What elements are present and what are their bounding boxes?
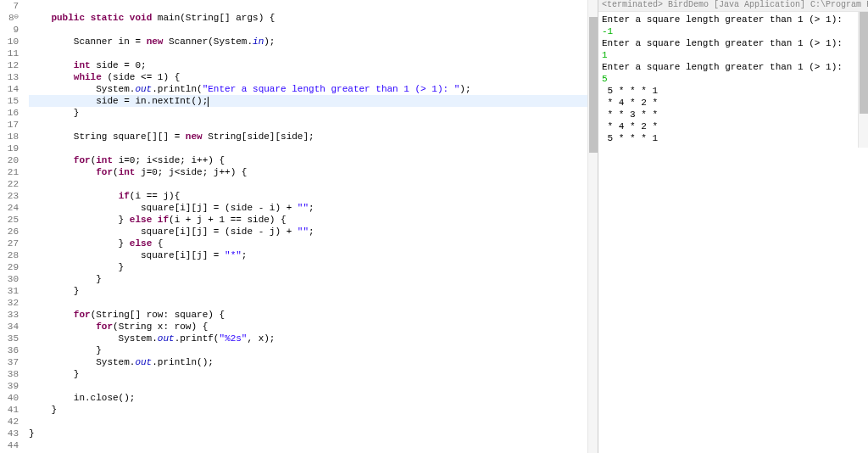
- console-line: 5 * * * 1: [602, 85, 865, 97]
- line-number: 39: [0, 380, 19, 392]
- line-number: 15: [0, 95, 19, 107]
- code-line[interactable]: }: [29, 107, 598, 119]
- code-area[interactable]: public static void main(String[] args) {…: [25, 0, 598, 451]
- line-number: 7: [0, 0, 19, 12]
- console-output[interactable]: Enter a square length greater than 1 (> …: [598, 12, 868, 146]
- line-number: 37: [0, 356, 19, 368]
- line-number: 36: [0, 344, 19, 356]
- line-number: 42: [0, 416, 19, 428]
- code-line[interactable]: }: [29, 428, 598, 439]
- code-line[interactable]: }: [29, 344, 598, 356]
- line-number: 11: [0, 48, 19, 59]
- code-line[interactable]: String square[][] = new String[side][sid…: [29, 131, 598, 143]
- code-line[interactable]: [29, 48, 598, 59]
- code-line[interactable]: if(i == j){: [29, 190, 598, 202]
- line-number: 24: [0, 202, 19, 214]
- editor-scrollbar-thumb[interactable]: [589, 17, 598, 153]
- code-line[interactable]: public static void main(String[] args) {: [29, 12, 598, 24]
- line-number: 12: [0, 59, 19, 71]
- code-line[interactable]: [29, 439, 598, 451]
- line-number: 26: [0, 226, 19, 238]
- code-line[interactable]: [29, 143, 598, 154]
- line-number: 14: [0, 83, 19, 95]
- code-line[interactable]: [29, 178, 598, 190]
- code-line[interactable]: System.out.printf("%2s", x);: [29, 333, 598, 344]
- code-line[interactable]: System.out.println("Enter a square lengt…: [29, 83, 598, 95]
- code-line[interactable]: for(int i=0; i<side; i++) {: [29, 154, 598, 166]
- code-line[interactable]: [29, 119, 598, 131]
- code-line[interactable]: [29, 297, 598, 309]
- code-line[interactable]: System.out.println();: [29, 356, 598, 368]
- code-line[interactable]: for(String x: row) {: [29, 321, 598, 333]
- line-number: 19: [0, 143, 19, 154]
- line-number: 10: [0, 36, 19, 48]
- line-number: 29: [0, 261, 19, 273]
- line-number: 16: [0, 107, 19, 119]
- console-line: 1: [602, 49, 865, 61]
- line-number: 38: [0, 368, 19, 380]
- code-line[interactable]: for(int j=0; j<side; j++) {: [29, 166, 598, 178]
- line-number: 35: [0, 333, 19, 344]
- code-line[interactable]: [29, 24, 598, 36]
- code-line[interactable]: int side = 0;: [29, 59, 598, 71]
- line-number: 18: [0, 131, 19, 143]
- line-number: 34: [0, 321, 19, 333]
- code-line[interactable]: [29, 416, 598, 428]
- line-number: 27: [0, 238, 19, 249]
- line-number: 28: [0, 249, 19, 261]
- line-number-gutter: 78⊖9101112131415161718192021222324252627…: [0, 0, 24, 451]
- code-line[interactable]: while (side <= 1) {: [29, 71, 598, 83]
- line-number: 32: [0, 297, 19, 309]
- code-line[interactable]: } else {: [29, 238, 598, 249]
- line-number: 31: [0, 285, 19, 297]
- console-line: * * 3 * *: [602, 109, 865, 120]
- console-line: -1: [602, 25, 865, 37]
- line-number: 33: [0, 309, 19, 321]
- console-scrollbar[interactable]: [858, 12, 868, 148]
- line-number: 41: [0, 404, 19, 416]
- code-line[interactable]: }: [29, 261, 598, 273]
- line-number: 17: [0, 119, 19, 131]
- editor-scrollbar[interactable]: [587, 0, 598, 453]
- code-line[interactable]: in.close();: [29, 392, 598, 404]
- line-number: 23: [0, 190, 19, 202]
- line-number: 8⊖: [0, 12, 19, 24]
- console-line: * 4 * 2 *: [602, 97, 865, 109]
- code-line[interactable]: for(String[] row: square) {: [29, 309, 598, 321]
- code-line[interactable]: side = in.nextInt();: [29, 95, 598, 107]
- line-number: 22: [0, 178, 19, 190]
- code-line[interactable]: square[i][j] = "*";: [29, 249, 598, 261]
- code-line[interactable]: square[i][j] = (side - i) + "";: [29, 202, 598, 214]
- code-line[interactable]: [29, 380, 598, 392]
- code-line[interactable]: }: [29, 404, 598, 416]
- code-line[interactable]: } else if(i + j + 1 == side) {: [29, 214, 598, 226]
- code-line[interactable]: }: [29, 285, 598, 297]
- line-number: 21: [0, 166, 19, 178]
- line-number: 9: [0, 24, 19, 36]
- code-line[interactable]: square[i][j] = (side - j) + "";: [29, 226, 598, 238]
- line-number: 25: [0, 214, 19, 226]
- line-number: 44: [0, 439, 19, 451]
- line-number: 43: [0, 428, 19, 439]
- code-editor-pane[interactable]: 78⊖9101112131415161718192021222324252627…: [0, 0, 598, 453]
- code-line[interactable]: }: [29, 368, 598, 380]
- console-line: Enter a square length greater than 1 (> …: [602, 61, 865, 73]
- console-line: Enter a square length greater than 1 (> …: [602, 37, 865, 49]
- code-line[interactable]: Scanner in = new Scanner(System.in);: [29, 36, 598, 48]
- console-scrollbar-thumb[interactable]: [860, 12, 868, 114]
- console-pane: <terminated> BirdDemo [Java Application]…: [598, 0, 868, 453]
- console-header: <terminated> BirdDemo [Java Application]…: [598, 0, 868, 12]
- console-line: 5: [602, 73, 865, 85]
- console-line: Enter a square length greater than 1 (> …: [602, 14, 865, 25]
- code-line[interactable]: }: [29, 273, 598, 285]
- console-line: 5 * * * 1: [602, 132, 865, 144]
- line-number: 40: [0, 392, 19, 404]
- line-number: 30: [0, 273, 19, 285]
- line-number: 20: [0, 154, 19, 166]
- text-caret: [208, 97, 209, 107]
- console-line: * 4 * 2 *: [602, 120, 865, 132]
- line-number: 13: [0, 71, 19, 83]
- code-line[interactable]: [29, 0, 598, 12]
